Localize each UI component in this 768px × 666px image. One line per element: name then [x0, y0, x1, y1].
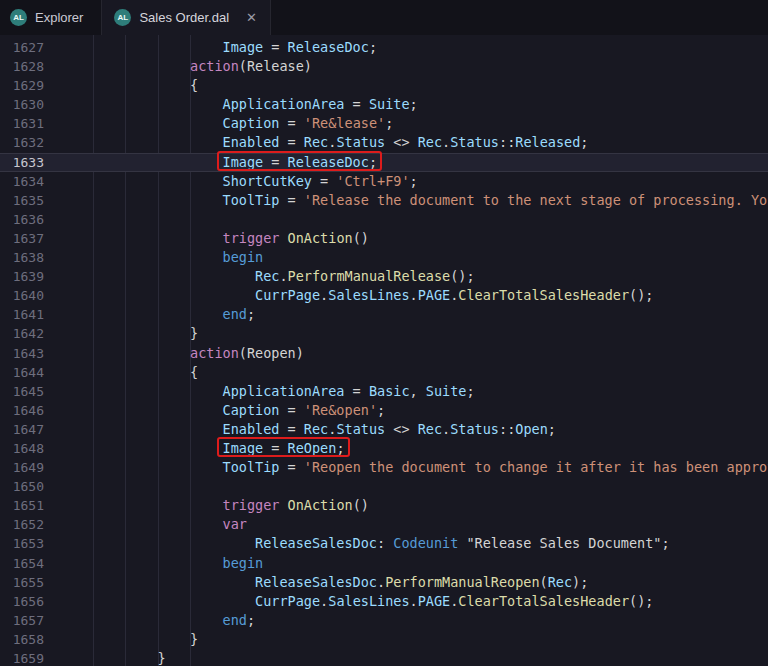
line-number: 1636 [0, 210, 44, 229]
line-number: 1659 [0, 649, 44, 666]
code-line[interactable]: 1633 Image = ReleaseDoc; [0, 153, 768, 172]
line-number: 1646 [0, 401, 44, 420]
code-text: Caption = 'Re&lease'; [44, 114, 768, 133]
explorer-header: AL Explorer [0, 0, 102, 35]
code-text: begin [44, 248, 768, 267]
code-text: ToolTip = 'Reopen the document to change… [44, 458, 768, 477]
line-number: 1652 [0, 515, 44, 534]
code-line[interactable]: 1627 Image = ReleaseDoc; [0, 38, 768, 57]
line-number: 1641 [0, 305, 44, 324]
line-number: 1631 [0, 114, 44, 133]
code-line[interactable]: 1642 } [0, 324, 768, 343]
line-number: 1632 [0, 133, 44, 152]
code-line[interactable]: 1630 ApplicationArea = Suite; [0, 95, 768, 114]
line-number: 1628 [0, 57, 44, 76]
line-number: 1647 [0, 420, 44, 439]
line-number: 1657 [0, 611, 44, 630]
code-text: ShortCutKey = 'Ctrl+F9'; [44, 172, 768, 191]
code-line[interactable]: 1639 Rec.PerformManualRelease(); [0, 267, 768, 286]
code-text: ApplicationArea = Basic, Suite; [44, 382, 768, 401]
code-line[interactable]: 1659 } [0, 649, 768, 666]
code-text: trigger OnAction() [44, 229, 768, 248]
code-line[interactable]: 1649 ToolTip = 'Reopen the document to c… [0, 458, 768, 477]
code-text: Rec.PerformManualRelease(); [44, 267, 768, 286]
line-number: 1643 [0, 344, 44, 363]
code-line[interactable]: 1658 } [0, 630, 768, 649]
explorer-label: Explorer [35, 10, 83, 25]
code-line[interactable]: 1632 Enabled = Rec.Status <> Rec.Status:… [0, 133, 768, 152]
code-line[interactable]: 1648 Image = ReOpen; [0, 439, 768, 458]
line-number: 1655 [0, 573, 44, 592]
code-line[interactable]: 1651 trigger OnAction() [0, 496, 768, 515]
code-line[interactable]: 1644 { [0, 363, 768, 382]
line-number: 1653 [0, 534, 44, 553]
line-number: 1635 [0, 191, 44, 210]
code-text: Enabled = Rec.Status <> Rec.Status::Open… [44, 420, 768, 439]
code-line[interactable]: 1652 var [0, 515, 768, 534]
code-line[interactable]: 1647 Enabled = Rec.Status <> Rec.Status:… [0, 420, 768, 439]
code-text [44, 210, 768, 229]
line-number: 1634 [0, 172, 44, 191]
tab-sales-order[interactable]: AL Sales Order.dal ✕ [102, 0, 271, 35]
code-line[interactable]: 1629 { [0, 76, 768, 95]
line-number: 1640 [0, 286, 44, 305]
code-text: CurrPage.SalesLines.PAGE.ClearTotalSales… [44, 286, 768, 305]
line-number: 1658 [0, 630, 44, 649]
code-text: ToolTip = 'Release the document to the n… [44, 191, 768, 210]
code-text [44, 477, 768, 496]
code-line[interactable]: 1656 CurrPage.SalesLines.PAGE.ClearTotal… [0, 592, 768, 611]
code-lines: 1627 Image = ReleaseDoc;1628 action(Rele… [0, 38, 768, 666]
code-text: { [44, 76, 768, 95]
code-line[interactable]: 1645 ApplicationArea = Basic, Suite; [0, 382, 768, 401]
code-line[interactable]: 1631 Caption = 'Re&lease'; [0, 114, 768, 133]
line-number: 1627 [0, 38, 44, 57]
code-text: Image = ReleaseDoc; [44, 153, 768, 172]
code-line[interactable]: 1643 action(Reopen) [0, 344, 768, 363]
code-line[interactable]: 1650 [0, 477, 768, 496]
line-number: 1642 [0, 324, 44, 343]
code-line[interactable]: 1657 end; [0, 611, 768, 630]
code-text: begin [44, 554, 768, 573]
line-number: 1637 [0, 229, 44, 248]
code-text: trigger OnAction() [44, 496, 768, 515]
al-file-icon: AL [114, 9, 131, 26]
line-number: 1656 [0, 592, 44, 611]
code-text: end; [44, 305, 768, 324]
code-line[interactable]: 1634 ShortCutKey = 'Ctrl+F9'; [0, 172, 768, 191]
line-number: 1650 [0, 477, 44, 496]
code-text: ReleaseSalesDoc.PerformManualReopen(Rec)… [44, 573, 768, 592]
code-line[interactable]: 1655 ReleaseSalesDoc.PerformManualReopen… [0, 573, 768, 592]
code-line[interactable]: 1646 Caption = 'Re&open'; [0, 401, 768, 420]
line-number: 1638 [0, 248, 44, 267]
code-text: } [44, 649, 768, 666]
tab-close-icon[interactable]: ✕ [243, 9, 260, 26]
line-number: 1654 [0, 554, 44, 573]
line-number: 1644 [0, 363, 44, 382]
line-number: 1639 [0, 267, 44, 286]
code-text: Image = ReleaseDoc; [44, 38, 768, 57]
annotation-red-box: Image = ReleaseDoc; [223, 154, 377, 170]
line-number: 1645 [0, 382, 44, 401]
code-line[interactable]: 1641 end; [0, 305, 768, 324]
tab-title: Sales Order.dal [139, 10, 229, 25]
code-editor[interactable]: 1627 Image = ReleaseDoc;1628 action(Rele… [0, 35, 768, 666]
code-line[interactable]: 1640 CurrPage.SalesLines.PAGE.ClearTotal… [0, 286, 768, 305]
line-number: 1633 [0, 153, 44, 172]
code-text: Enabled = Rec.Status <> Rec.Status::Rele… [44, 133, 768, 152]
line-number: 1629 [0, 76, 44, 95]
code-text: { [44, 363, 768, 382]
code-line[interactable]: 1654 begin [0, 554, 768, 573]
code-line[interactable]: 1653 ReleaseSalesDoc: Codeunit "Release … [0, 534, 768, 553]
line-number: 1649 [0, 458, 44, 477]
code-line[interactable]: 1628 action(Release) [0, 57, 768, 76]
code-line[interactable]: 1637 trigger OnAction() [0, 229, 768, 248]
code-text: var [44, 515, 768, 534]
code-text: } [44, 630, 768, 649]
code-text: Image = ReOpen; [44, 439, 768, 458]
code-line[interactable]: 1636 [0, 210, 768, 229]
line-number: 1648 [0, 439, 44, 458]
code-line[interactable]: 1638 begin [0, 248, 768, 267]
line-number: 1651 [0, 496, 44, 515]
tab-bar: AL Explorer AL Sales Order.dal ✕ [0, 0, 768, 35]
code-line[interactable]: 1635 ToolTip = 'Release the document to … [0, 191, 768, 210]
